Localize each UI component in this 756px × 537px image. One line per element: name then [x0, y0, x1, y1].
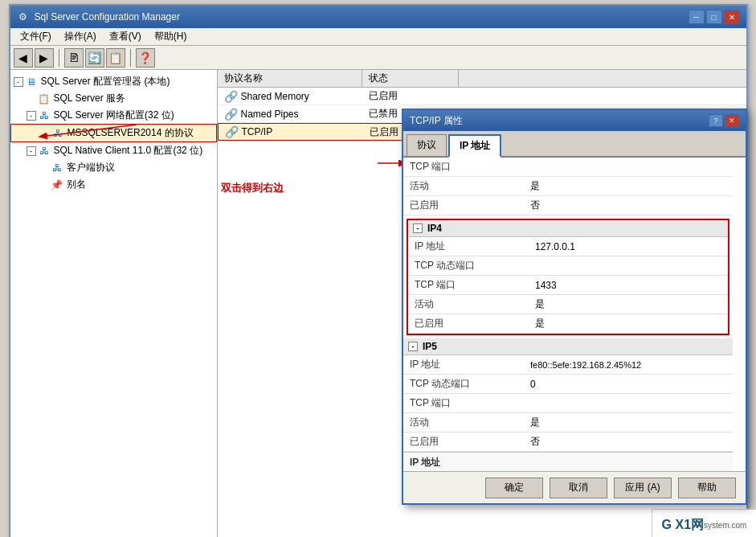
help-button[interactable]: 帮助	[678, 478, 736, 498]
window-title: Sql Server Configuration Manager	[35, 11, 689, 23]
double-click-annotation: 双击得到右边	[221, 181, 284, 501]
tree-root[interactable]: - 🖥 SQL Server 配置管理器 (本地)	[10, 73, 217, 90]
prop-key: TCP 端口	[408, 276, 529, 294]
apply-button[interactable]: 应用 (A)	[614, 478, 672, 498]
toolbar-back[interactable]: ◀	[14, 48, 33, 68]
tree-panel: - 🖥 SQL Server 配置管理器 (本地) 📋 SQL Server 服…	[10, 70, 218, 537]
ok-button[interactable]: 确定	[485, 478, 543, 498]
prop-val: 1433	[529, 276, 728, 294]
list-row[interactable]: 🔗 Shared Memory 已启用	[218, 88, 746, 105]
tree-client-protocols-label: 客户端协议	[67, 161, 115, 174]
prop-row: IP 地址 127.0.0.1	[408, 237, 728, 256]
tree-item-native[interactable]: - 🖧 SQL Native Client 11.0 配置(32 位)	[10, 142, 217, 159]
tree-item-client-protocols[interactable]: 🖧 客户端协议	[10, 159, 217, 176]
tree-item-network[interactable]: - 🖧 SQL Server 网络配置(32 位)	[10, 107, 217, 124]
alias-icon: 📌	[51, 178, 63, 191]
menu-help[interactable]: 帮助(H)	[148, 28, 194, 45]
dialog-content: TCP 端口 活动 是 已启用 否 - I	[403, 158, 746, 471]
prop-row: TCP 动态端口 0	[403, 375, 733, 394]
toolbar-separator	[59, 49, 59, 67]
dialog-title-bar: TCP/IP 属性 ? ✕	[403, 110, 746, 131]
menu-action[interactable]: 操作(A)	[58, 28, 103, 45]
menu-file[interactable]: 文件(F)	[14, 28, 58, 45]
prop-val: 0	[524, 375, 733, 393]
menu-view[interactable]: 查看(V)	[103, 28, 148, 45]
prop-key: 已启用	[403, 196, 524, 215]
prop-key: 已启用	[408, 314, 529, 333]
dialog-tabs: 协议 IP 地址	[403, 131, 746, 158]
tree-mssql-label: MSSQLSERVER2014 的协议	[67, 126, 194, 140]
title-bar-buttons: ─ □ ✕	[689, 10, 740, 24]
tree-expand-network[interactable]: -	[27, 111, 36, 121]
ip4-header: - IP4	[408, 220, 728, 237]
toolbar-refresh[interactable]: 🔄	[85, 48, 104, 68]
tree-native-label: SQL Native Client 11.0 配置(32 位)	[54, 144, 203, 158]
tree-item-aliases[interactable]: 📌 别名	[10, 176, 217, 193]
prop-val: 是	[529, 314, 728, 333]
tree-expand-native[interactable]: -	[27, 146, 36, 156]
toolbar-separator2	[130, 49, 131, 67]
services-icon: 📋	[38, 92, 51, 105]
prop-row: TCP 端口	[403, 158, 733, 177]
toolbar-up[interactable]: 🖹	[64, 48, 84, 68]
title-bar: ⚙ Sql Server Configuration Manager ─ □ ✕	[10, 6, 746, 28]
prop-val: 是	[524, 177, 733, 195]
ip4-label: IP4	[427, 223, 442, 234]
toolbar-forward[interactable]: ▶	[35, 48, 54, 68]
tcpip-dialog: TCP/IP 属性 ? ✕ 协议 IP 地址 TCP 端口 活	[402, 109, 747, 505]
toolbar-properties[interactable]: 📋	[106, 48, 125, 68]
prop-val: 是	[529, 295, 728, 314]
dialog-footer: 确定 取消 应用 (A) 帮助	[403, 471, 746, 503]
list-cell-name: 🔗 Named Pipes	[218, 106, 362, 122]
tree-root-label: SQL Server 配置管理器 (本地)	[41, 75, 170, 88]
prop-val: 是	[524, 413, 733, 432]
tcp-general-section: TCP 端口 活动 是 已启用 否	[403, 158, 733, 215]
prop-row: 已启用 否	[403, 432, 733, 452]
prop-row: 已启用 否	[403, 196, 733, 215]
prop-key: TCP 动态端口	[403, 375, 524, 393]
prop-val: fe80::5efe:192.168.2.45%12	[524, 355, 733, 374]
tcpip-icon: 🔗	[225, 125, 239, 138]
prop-key: 活动	[408, 295, 529, 314]
tree-expand-root[interactable]: -	[14, 77, 23, 87]
dialog-title-text: TCP/IP 属性	[410, 114, 709, 128]
app-icon: ⚙	[17, 10, 30, 23]
tree-item-mssql[interactable]: 🖧 MSSQLSERVER2014 的协议	[10, 124, 217, 142]
prop-key: IP 地址	[408, 237, 529, 256]
ip4-collapse-button[interactable]: -	[413, 223, 423, 233]
prop-row: TCP 动态端口	[408, 256, 728, 276]
dialog-help-button[interactable]: ?	[709, 114, 723, 127]
tab-ip-address[interactable]: IP 地址	[448, 134, 501, 158]
toolbar-help[interactable]: ❓	[136, 48, 155, 68]
tree-aliases-label: 别名	[67, 178, 86, 191]
ip5-label: IP5	[423, 341, 437, 352]
prop-row: TCP 端口 1433	[408, 276, 728, 295]
prop-key: IP 地址	[403, 355, 524, 374]
named-pipes-icon: 🔗	[224, 108, 238, 121]
watermark-text: G X1网	[662, 517, 704, 534]
prop-val	[524, 394, 733, 412]
prop-val	[524, 158, 733, 176]
named-pipes-label: Named Pipes	[241, 109, 299, 120]
tree-item-services[interactable]: 📋 SQL Server 服务	[10, 90, 217, 107]
tab-protocol[interactable]: 协议	[407, 134, 447, 156]
list-header: 协议名称 状态	[218, 70, 746, 88]
ip5-header: - IP5	[403, 338, 733, 355]
restore-button[interactable]: □	[706, 10, 722, 24]
close-button[interactable]: ✕	[724, 10, 740, 24]
tree-services-label: SQL Server 服务	[54, 92, 126, 105]
list-cell-name: 🔗 Shared Memory	[218, 88, 362, 105]
shared-memory-label: Shared Memory	[241, 91, 309, 102]
tree-network-label: SQL Server 网络配置(32 位)	[54, 109, 174, 122]
cancel-button[interactable]: 取消	[550, 478, 607, 498]
toolbar: ◀ ▶ 🖹 🔄 📋 ❓	[10, 46, 746, 70]
dialog-close-button[interactable]: ✕	[725, 114, 739, 127]
col-header-name: 协议名称	[218, 70, 362, 87]
prop-row: 活动 是	[403, 413, 733, 432]
col-header-status: 状态	[362, 70, 459, 87]
minimize-button[interactable]: ─	[689, 10, 705, 24]
ip5-collapse-button[interactable]: -	[408, 342, 418, 351]
ip-address-section: IP 地址 IP 地址	[403, 452, 733, 471]
watermark: G X1网 system.com	[652, 509, 756, 537]
prop-key: 活动	[403, 177, 524, 195]
